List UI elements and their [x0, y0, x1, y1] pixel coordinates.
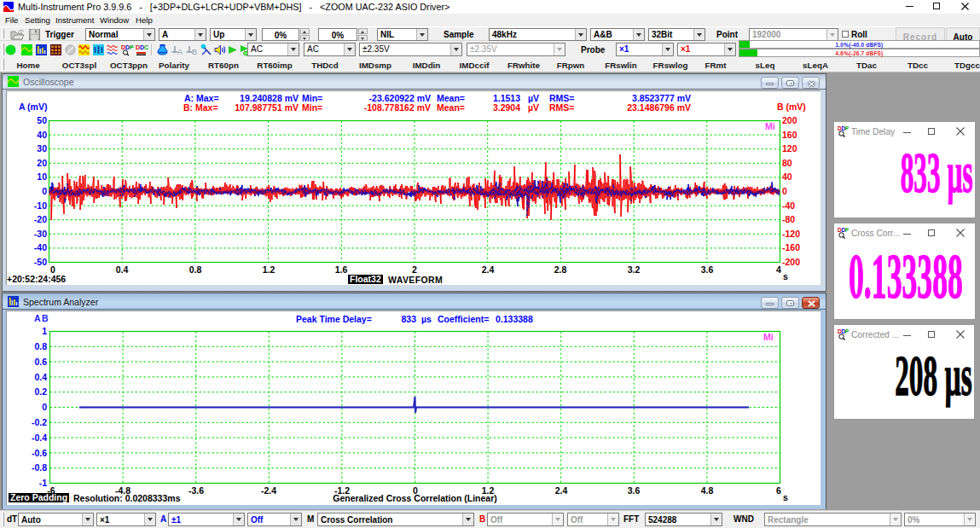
svg-text:P: P [845, 328, 850, 334]
svg-text:P: P [845, 227, 850, 233]
svg-text:P: P [845, 125, 850, 131]
